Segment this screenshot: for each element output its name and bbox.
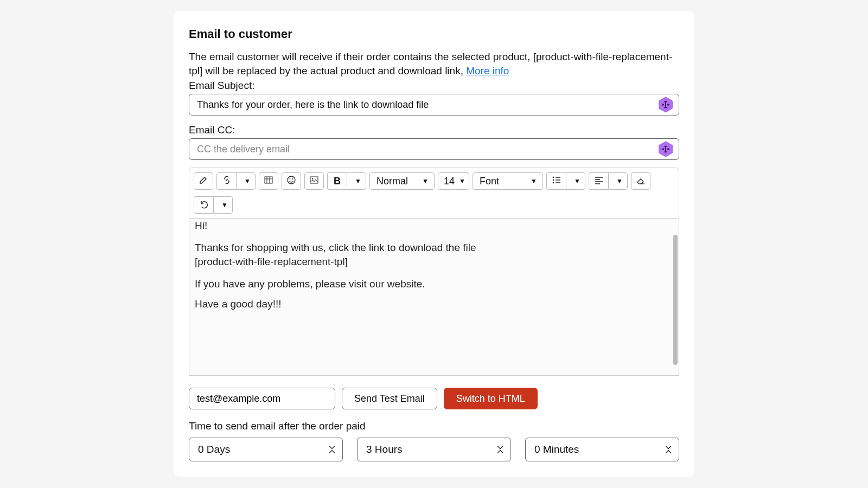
description-text: The email customer will receive if their… — [189, 51, 672, 76]
clear-format-button[interactable] — [631, 172, 650, 190]
bold-button[interactable]: B — [327, 172, 347, 190]
emoji-button[interactable] — [282, 172, 301, 190]
svg-rect-19 — [310, 177, 318, 183]
svg-point-2 — [667, 104, 669, 106]
list-combo: ▼ — [546, 172, 585, 190]
fontfamily-dropdown[interactable]: Font ▼ — [473, 172, 543, 190]
format-value: Normal — [376, 176, 408, 187]
undo-icon — [199, 199, 209, 211]
svg-point-23 — [552, 182, 554, 183]
cc-label: Email CC: — [189, 124, 679, 136]
days-value: 0 Days — [198, 444, 230, 455]
minutes-value: 0 Minutes — [534, 444, 579, 455]
align-left-icon — [594, 175, 604, 188]
table-icon — [264, 176, 273, 187]
chevron-down-icon: ▼ — [221, 201, 228, 209]
page-title: Email to customer — [189, 27, 679, 41]
chevron-down-icon: ▼ — [355, 177, 361, 185]
cc-row — [189, 138, 679, 160]
editor-line: Hi! — [195, 220, 207, 231]
format-dropdown[interactable]: Normal ▼ — [369, 172, 435, 190]
switch-html-button[interactable]: Switch to HTML — [444, 388, 538, 409]
table-button[interactable] — [259, 172, 278, 190]
days-select[interactable]: 0 Days — [189, 438, 343, 461]
svg-point-17 — [290, 178, 291, 179]
undo-button[interactable] — [194, 196, 213, 214]
editor-toolbar: ▼ B ▼ Normal ▼ 14 ▼ — [189, 168, 679, 219]
email-settings-card: Email to customer The email customer wil… — [174, 11, 694, 477]
chevron-down-icon: ▼ — [422, 177, 429, 185]
more-info-link[interactable]: More info — [466, 65, 509, 76]
editor-line: Have a good day!!! — [195, 297, 667, 312]
edit-button[interactable] — [194, 172, 213, 190]
editor-content[interactable]: Hi! Thanks for shopping with us, click t… — [189, 219, 672, 375]
bold-dropdown[interactable]: ▼ — [347, 172, 366, 190]
hours-select[interactable]: 3 Hours — [357, 438, 511, 461]
list-button[interactable] — [546, 172, 566, 190]
svg-rect-12 — [265, 177, 272, 183]
image-icon — [309, 175, 319, 188]
chevron-down-icon: ▼ — [531, 177, 537, 185]
svg-point-1 — [662, 104, 664, 106]
align-combo: ▼ — [589, 172, 628, 190]
send-test-button[interactable]: Send Test Email — [342, 388, 437, 409]
undo-dropdown[interactable]: ▼ — [213, 196, 233, 214]
placeholder-variable-icon[interactable] — [658, 97, 674, 113]
align-dropdown[interactable]: ▼ — [608, 172, 628, 190]
svg-point-22 — [552, 179, 554, 181]
schedule-label: Time to send email after the order paid — [189, 420, 679, 432]
link-icon — [222, 175, 232, 188]
link-button[interactable] — [216, 172, 236, 190]
editor-line: Thanks for shopping with us, click the l… — [195, 241, 667, 269]
cc-input[interactable] — [189, 138, 679, 160]
image-button[interactable] — [304, 172, 324, 190]
svg-point-8 — [667, 149, 669, 151]
schedule-row: 0 Days 3 Hours 0 Minutes — [189, 438, 679, 461]
description: The email customer will receive if their… — [189, 50, 679, 78]
svg-point-21 — [552, 176, 554, 178]
subject-label: Email Subject: — [189, 80, 679, 92]
list-dropdown[interactable]: ▼ — [566, 172, 585, 190]
undo-combo: ▼ — [194, 196, 233, 214]
svg-point-18 — [292, 178, 293, 179]
eraser-icon — [636, 175, 646, 188]
scrollbar-thumb[interactable] — [673, 235, 678, 365]
link-dropdown[interactable]: ▼ — [236, 172, 256, 190]
list-icon — [552, 175, 561, 188]
test-row: Send Test Email Switch to HTML — [189, 388, 679, 409]
bold-icon: B — [334, 176, 341, 187]
fontfamily-value: Font — [480, 176, 499, 187]
hours-value: 3 Hours — [366, 444, 403, 455]
subject-input[interactable] — [189, 94, 679, 115]
chevron-down-icon: ▼ — [244, 177, 251, 185]
svg-point-16 — [288, 176, 295, 184]
link-combo: ▼ — [216, 172, 256, 190]
placeholder-variable-icon[interactable] — [658, 141, 674, 157]
minutes-select[interactable]: 0 Minutes — [525, 438, 679, 461]
pencil-icon — [199, 176, 208, 187]
svg-point-7 — [662, 149, 664, 151]
subject-row — [189, 94, 679, 115]
fontsize-dropdown[interactable]: 14 ▼ — [438, 172, 469, 190]
svg-point-20 — [312, 178, 314, 179]
align-button[interactable] — [589, 172, 608, 190]
bold-combo: B ▼ — [327, 172, 366, 190]
fontsize-value: 14 — [444, 176, 455, 187]
chevron-down-icon: ▼ — [574, 177, 580, 185]
smiley-icon — [286, 175, 296, 188]
editor-line: If you have any problems, please visit o… — [195, 277, 667, 292]
editor-body[interactable]: Hi! Thanks for shopping with us, click t… — [189, 219, 679, 376]
test-email-input[interactable] — [189, 388, 335, 409]
scrollbar[interactable] — [672, 219, 679, 375]
chevron-down-icon: ▼ — [616, 177, 623, 185]
chevron-down-icon: ▼ — [459, 177, 465, 185]
